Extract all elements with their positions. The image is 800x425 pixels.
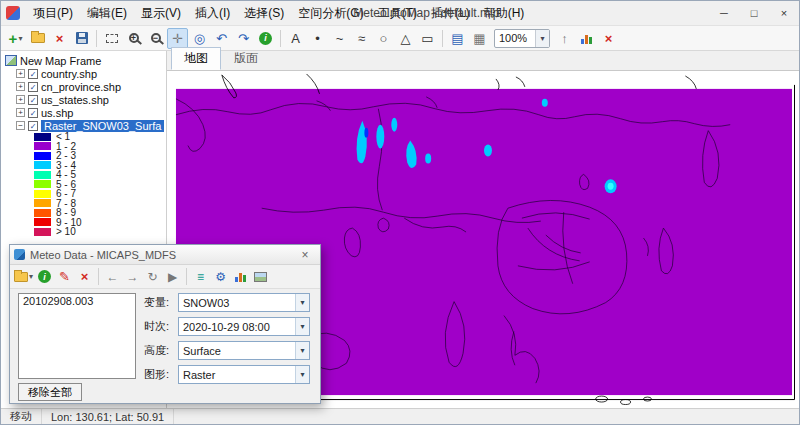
remove-all-button[interactable]: 移除全部 (18, 383, 82, 401)
expand-icon[interactable]: + (16, 108, 25, 117)
time-combo[interactable]: 2020-10-29 08:00 ▾ (178, 317, 310, 336)
identify-button[interactable]: i (255, 28, 276, 49)
delete-data-button[interactable]: × (75, 267, 94, 286)
zoom-in-button[interactable]: + (123, 28, 144, 49)
north-arrow-button[interactable]: ↑ (554, 28, 575, 49)
new-button[interactable]: +▾ (5, 28, 26, 49)
chevron-down-icon[interactable]: ▾ (295, 342, 309, 359)
pencil-icon: ✎ (59, 269, 70, 284)
next-time-button[interactable]: → (123, 267, 142, 286)
menu-select[interactable]: 选择(S) (237, 1, 291, 25)
layer-checkbox[interactable]: ✓ (28, 95, 38, 105)
expand-icon[interactable]: + (16, 69, 25, 78)
dialog-title: Meteo Data - MICAPS_MDFS (30, 249, 294, 261)
layer-item-us[interactable]: + ✓ us.shp (1, 106, 166, 119)
layer-checkbox[interactable]: ✓ (28, 82, 38, 92)
open-button[interactable] (27, 28, 48, 49)
pan-button[interactable]: ✛ (167, 28, 188, 49)
layer-checkbox[interactable]: ✓ (28, 69, 38, 79)
menu-edit[interactable]: 编辑(E) (80, 1, 134, 25)
layer-item-raster-snow03[interactable]: − ✓ Raster_SNOW03_Surfa (1, 119, 166, 132)
draw-ellipse-button[interactable]: ○ (373, 28, 394, 49)
data-settings-button[interactable]: ⚙ (211, 267, 230, 286)
chevron-down-icon[interactable]: ▾ (295, 294, 309, 311)
layout-button[interactable]: ▤ (447, 28, 468, 49)
dialog-body: 20102908.003 移除全部 变量: SNOW03 ▾ 时次: 2020-… (10, 289, 320, 403)
run-button[interactable]: ▶ (163, 267, 182, 286)
dialog-close-button[interactable]: × (294, 248, 316, 262)
time-field: 时次: 2020-10-29 08:00 ▾ (144, 317, 310, 336)
identify-icon: i (259, 32, 272, 45)
menu-project[interactable]: 项目(P) (26, 1, 80, 25)
expand-icon[interactable]: + (16, 82, 25, 91)
select-button[interactable] (101, 28, 122, 49)
draw-point-button[interactable]: • (307, 28, 328, 49)
close-project-button[interactable]: × (49, 28, 70, 49)
zoom-level-combo[interactable]: 100% ▾ (494, 29, 550, 48)
maximize-button[interactable]: □ (739, 1, 769, 25)
legend-item: 8 - 9 (1, 208, 166, 218)
layer-checkbox[interactable]: ✓ (28, 121, 38, 131)
chart-button[interactable] (576, 28, 597, 49)
legend-swatch (34, 133, 51, 141)
graphic-combo[interactable]: Raster ▾ (178, 365, 310, 384)
time-value: 2020-10-29 08:00 (179, 321, 295, 333)
minimize-button[interactable]: ─ (709, 1, 739, 25)
dialog-icon (14, 249, 25, 260)
draw-data-button[interactable]: ✎ (55, 267, 74, 286)
menu-view[interactable]: 显示(V) (134, 1, 188, 25)
remove-layers-button[interactable]: × (598, 28, 619, 49)
previous-extent-button[interactable]: ↶ (211, 28, 232, 49)
draw-rectangle-button[interactable]: ▭ (417, 28, 438, 49)
chevron-down-icon[interactable]: ▾ (295, 318, 309, 335)
toolbar-separator (96, 30, 97, 47)
image-icon (254, 272, 267, 282)
close-project-icon: × (56, 31, 64, 46)
open-folder-icon (31, 33, 45, 43)
layer-checkbox[interactable]: ✓ (28, 108, 38, 118)
snow-patch-bright (608, 183, 614, 190)
zoom-out-button[interactable]: − (145, 28, 166, 49)
draw-polygon-button[interactable]: △ (395, 28, 416, 49)
meteo-data-dialog: Meteo Data - MICAPS_MDFS × ▾ i ✎ × ← → ↻… (9, 244, 321, 404)
menu-insert[interactable]: 插入(I) (188, 1, 237, 25)
dialog-title-bar[interactable]: Meteo Data - MICAPS_MDFS × (10, 245, 320, 265)
forward-arrow-icon: → (127, 270, 139, 284)
layer-item-cn-province[interactable]: + ✓ cn_province.shp (1, 80, 166, 93)
data-chart-button[interactable] (231, 267, 250, 286)
grid-button[interactable]: ▦ (469, 28, 490, 49)
tab-map[interactable]: 地图 (171, 47, 221, 70)
data-file-list[interactable]: 20102908.003 (18, 293, 136, 379)
data-image-button[interactable] (251, 267, 270, 286)
save-button[interactable] (71, 28, 92, 49)
full-extent-button[interactable]: ◎ (189, 28, 210, 49)
expand-icon[interactable]: + (16, 95, 25, 104)
chevron-down-icon[interactable]: ▾ (535, 30, 549, 47)
close-window-button[interactable]: × (769, 1, 799, 25)
view-tabs: 地图 版面 (167, 51, 799, 71)
collapse-icon[interactable]: − (16, 121, 25, 130)
zoom-in-icon: + (129, 33, 139, 43)
previous-time-button[interactable]: ← (103, 267, 122, 286)
tab-layout[interactable]: 版面 (221, 47, 271, 70)
save-icon (76, 32, 88, 44)
draw-polyline-button[interactable]: ~ (329, 28, 350, 49)
polygon-icon: △ (401, 31, 411, 46)
data-list-button[interactable]: ≡ (191, 267, 210, 286)
map-frame-node[interactable]: New Map Frame (1, 54, 166, 67)
open-data-button[interactable]: ▾ (13, 267, 34, 286)
map-frame-icon (5, 55, 17, 66)
label-text-button[interactable]: A (285, 28, 306, 49)
next-extent-button[interactable]: ↷ (233, 28, 254, 49)
legend-item: > 10 (1, 227, 166, 237)
layer-item-us-states[interactable]: + ✓ us_states.shp (1, 93, 166, 106)
list-item[interactable]: 20102908.003 (19, 294, 135, 308)
variable-combo[interactable]: SNOW03 ▾ (178, 293, 310, 312)
animate-button[interactable]: ↻ (143, 267, 162, 286)
data-info-button[interactable]: i (35, 267, 54, 286)
layer-label: cn_province.shp (41, 81, 121, 93)
draw-curve-button[interactable]: ≈ (351, 28, 372, 49)
level-combo[interactable]: Surface ▾ (178, 341, 310, 360)
chevron-down-icon[interactable]: ▾ (295, 366, 309, 383)
layer-item-country[interactable]: + ✓ country.shp (1, 67, 166, 80)
